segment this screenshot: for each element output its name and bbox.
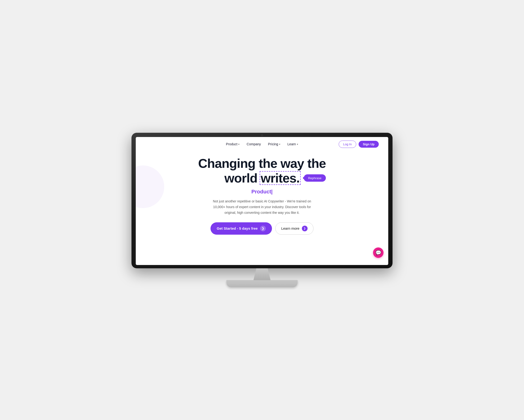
chat-bubble-button[interactable]: 💬 <box>373 247 384 258</box>
learn-more-button[interactable]: Learn more ❯ <box>275 222 314 235</box>
hero-description: Not just another repetitive or basic AI … <box>210 199 314 215</box>
nav-auth: Log In Sign Up <box>339 141 379 148</box>
nav-company-label: Company <box>247 142 261 146</box>
monitor-base <box>227 280 297 287</box>
nav-company[interactable]: Company <box>247 142 261 146</box>
hero-section: Changing the way the world writes. Rephr… <box>136 151 388 244</box>
login-button[interactable]: Log In <box>339 141 356 148</box>
hero-sub-text: Product| <box>145 189 379 195</box>
chat-icon: 💬 <box>376 250 381 255</box>
hero-headline: Changing the way the world writes. Rephr… <box>145 156 379 185</box>
navbar: Product ▾ Company Pricing ▾ Learn ▾ <box>136 137 388 151</box>
nav-pricing-label: Pricing <box>268 142 278 146</box>
signup-button[interactable]: Sign Up <box>358 141 379 148</box>
nav-learn[interactable]: Learn ▾ <box>287 142 298 146</box>
camera <box>261 134 263 136</box>
arrow-right-icon-2: ❯ <box>302 226 307 231</box>
nav-product[interactable]: Product ▾ <box>226 142 239 146</box>
headline-line2: world <box>224 171 261 185</box>
monitor-neck <box>248 268 276 280</box>
headline-line1: Changing the way the <box>198 156 326 170</box>
chevron-down-icon-3: ▾ <box>297 143 298 145</box>
learn-more-label: Learn more <box>281 226 299 230</box>
chevron-down-icon: ▾ <box>238 143 239 145</box>
headline-writes: writes. <box>261 171 299 185</box>
hero-cta: Get Started - 5 days free ❯ Learn more ❯ <box>145 222 379 235</box>
nav-product-label: Product <box>226 142 237 146</box>
nav-pricing[interactable]: Pricing ▾ <box>268 142 280 146</box>
get-started-label: Get Started - 5 days free <box>217 226 258 230</box>
writes-wrap: writes. Rephrase <box>261 171 299 185</box>
site-content: Product ▾ Company Pricing ▾ Learn ▾ <box>136 137 388 265</box>
monitor-screen: Product ▾ Company Pricing ▾ Learn ▾ <box>136 137 388 265</box>
monitor-shell: Product ▾ Company Pricing ▾ Learn ▾ <box>131 133 393 268</box>
monitor-wrapper: Product ▾ Company Pricing ▾ Learn ▾ <box>131 133 393 287</box>
rephrase-button[interactable]: Rephrase <box>304 175 326 182</box>
arrow-right-icon: ❯ <box>260 226 266 231</box>
chevron-down-icon-2: ▾ <box>279 143 280 145</box>
nav-learn-label: Learn <box>287 142 296 146</box>
get-started-button[interactable]: Get Started - 5 days free ❯ <box>210 222 272 235</box>
